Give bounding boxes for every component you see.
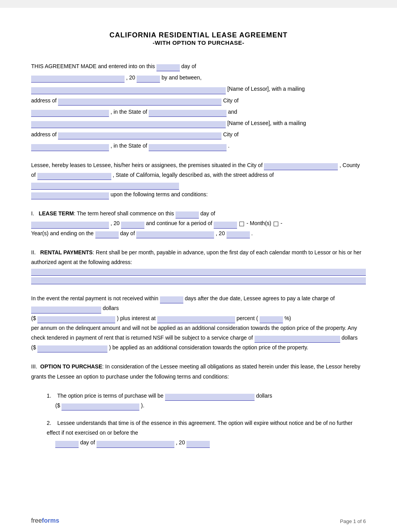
section1-label: I. xyxy=(31,210,34,217)
lessee-para-text4: upon the following terms and conditions: xyxy=(111,191,208,197)
intro-text14: . xyxy=(228,143,230,149)
expiry-year-field[interactable] xyxy=(186,441,210,448)
street-address2-field[interactable] xyxy=(31,192,109,199)
intro-text10: [Name of Lessee], with a mailing xyxy=(227,120,306,126)
county-field[interactable] xyxy=(37,173,111,180)
intro-text11: address of xyxy=(31,131,56,137)
section3-title: OPTION TO PURCHASE xyxy=(40,363,102,370)
lessee-para-text3: , State of California, legally described… xyxy=(112,172,274,178)
section1-text8: day of xyxy=(120,230,135,236)
section2-title: RENTAL PAYMENTS xyxy=(40,249,93,255)
brand-free: free xyxy=(31,517,42,524)
rental-text10: ($ xyxy=(31,344,36,351)
rental-text2: days after the due date, Lessee agrees t… xyxy=(185,295,335,301)
rental-payments-section: II. RENTAL PAYMENTS: Rent shall be per m… xyxy=(31,248,366,284)
rental-text4: ($ xyxy=(31,315,36,321)
lessee-name-field[interactable] xyxy=(31,121,226,128)
nsf-charge-field[interactable] xyxy=(255,336,340,343)
section1-text4: and continue for a period of xyxy=(146,220,212,226)
brand-forms: forms xyxy=(42,517,59,524)
intro-text8: , in the State of xyxy=(111,109,147,115)
section2-label: II. xyxy=(31,249,36,255)
rental-address-field1[interactable] xyxy=(31,269,366,276)
item1-text3: ($ xyxy=(55,402,60,409)
option-price-field[interactable] xyxy=(165,394,255,401)
day-field[interactable] xyxy=(156,64,180,71)
option-purchase-section: III. OPTION TO PURCHASE: In consideratio… xyxy=(31,362,366,381)
city-field[interactable] xyxy=(264,163,338,170)
intro-text5: [Name of Lessor], with a mailing xyxy=(227,86,305,92)
list-item-1: 1. The option price is terms of purchase… xyxy=(47,391,366,410)
section1-text6: - xyxy=(281,220,283,226)
end-day-field[interactable] xyxy=(95,231,119,238)
section3-label: III. xyxy=(31,363,37,370)
section1-text9: , 20 xyxy=(216,230,225,236)
rental-address-field2[interactable] xyxy=(31,277,366,284)
purchase-list: 1. The option price is terms of purchase… xyxy=(47,391,366,448)
nsf-dollars-field[interactable] xyxy=(37,345,107,352)
rental-late-section: In the event the rental payment is not r… xyxy=(31,294,366,352)
lessee-city-field[interactable] xyxy=(31,144,109,151)
title-section: CALIFORNIA RESIDENTIAL LEASE AGREEMENT -… xyxy=(31,31,366,46)
lessee-address-field[interactable] xyxy=(58,132,221,139)
months-checkbox[interactable] xyxy=(239,222,244,226)
lessor-address-field[interactable] xyxy=(58,99,221,106)
section1-title: LEASE TERM xyxy=(39,210,74,217)
item1-text1: The option price is terms of purchase wi… xyxy=(57,393,163,399)
end-month-field[interactable] xyxy=(136,231,214,238)
section1-period: . xyxy=(251,230,253,236)
years-checkbox[interactable] xyxy=(274,222,278,226)
lease-start-day-field[interactable] xyxy=(176,211,199,218)
document-title: CALIFORNIA RESIDENTIAL LEASE AGREEMENT xyxy=(31,31,366,39)
rental-text3: dollars xyxy=(103,305,119,311)
late-dollars-field[interactable] xyxy=(37,316,115,323)
document-subtitle: -WITH OPTION TO PURCHASE- xyxy=(31,39,366,46)
lessor-name-field[interactable] xyxy=(31,87,226,94)
intro-text2: day of xyxy=(181,63,196,69)
rental-text7: %) xyxy=(285,315,291,321)
page-footer: freeforms Page 1 of 6 xyxy=(31,517,366,524)
item2-text2: day of xyxy=(80,439,95,446)
section1-text1: : The term hereof shall commence on this xyxy=(74,210,174,217)
option-price-dollars-field[interactable] xyxy=(61,403,139,410)
late-days-field[interactable] xyxy=(160,296,183,303)
brand-logo: freeforms xyxy=(31,517,59,524)
expiry-month-field[interactable] xyxy=(97,441,174,448)
interest-field[interactable] xyxy=(157,316,235,323)
period-field[interactable] xyxy=(214,222,237,229)
late-charge-field[interactable] xyxy=(31,307,101,314)
street-address-field[interactable] xyxy=(31,183,179,190)
section1-text5: - Month(s) xyxy=(246,220,271,226)
rental-text5: ) plus interest at xyxy=(117,315,156,321)
intro-text3: , 20 xyxy=(126,74,135,81)
section1-text3: , 20 xyxy=(111,220,119,226)
item2-text3: , 20 xyxy=(176,439,185,446)
rental-text6: percent ( xyxy=(237,315,258,321)
expiry-day-field[interactable] xyxy=(55,441,79,448)
page-number: Page 1 of 6 xyxy=(340,518,366,524)
section1-text2: day of xyxy=(200,210,215,217)
month-field[interactable] xyxy=(31,76,125,83)
item1-num: 1. xyxy=(47,393,51,399)
year-field[interactable] xyxy=(137,76,160,83)
intro-text4: by and between, xyxy=(162,74,202,81)
intro-text9: and xyxy=(228,109,237,115)
lessor-city-field[interactable] xyxy=(31,110,109,117)
lease-start-year-field[interactable] xyxy=(121,222,144,229)
item1-text2: dollars xyxy=(256,393,272,399)
end-year-field[interactable] xyxy=(227,231,250,238)
rental-text1: In the event the rental payment is not r… xyxy=(31,295,158,301)
document-page: CALIFORNIA RESIDENTIAL LEASE AGREEMENT -… xyxy=(0,8,397,532)
percent-field[interactable] xyxy=(260,316,283,323)
item2-text1: Lessee understands that time is of the e… xyxy=(47,420,353,436)
intro-text7: City of xyxy=(223,97,239,104)
rental-text11: ) be applied as an additional considerat… xyxy=(109,344,308,351)
lessor-state-field[interactable] xyxy=(149,110,227,117)
intro-text13: , in the State of xyxy=(111,143,147,149)
lease-start-month-field[interactable] xyxy=(31,222,109,229)
intro-section: THIS AGREEMENT MADE and entered into on … xyxy=(31,62,366,151)
lessee-state-field[interactable] xyxy=(149,144,227,151)
intro-text6: address of xyxy=(31,97,56,104)
item2-num: 2. xyxy=(47,420,51,426)
lessee-paragraph: Lessee, hereby leases to Lessee, his/her… xyxy=(31,160,366,200)
